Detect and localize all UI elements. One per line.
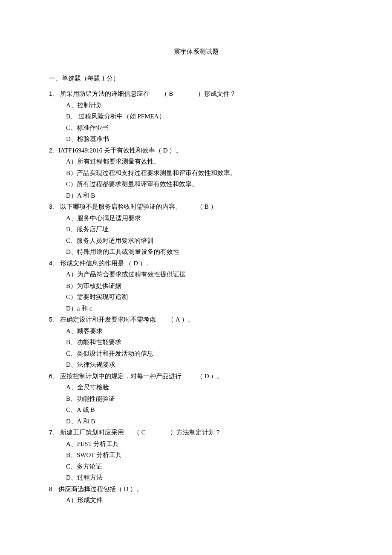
option-d: D、法律法规要求 — [66, 360, 343, 370]
question-stem: 8、供应商选择过程包括（ D ）。 — [49, 484, 343, 494]
option-d: D、特殊用途的工具或测量设备的有效性 — [66, 247, 343, 257]
option-b: B、 过程风险分析中（如 PFMEA） — [66, 112, 343, 121]
stem-text: 在确定设计和开发要求时不需考虑 — [60, 316, 156, 323]
options-list: A、全尺寸检验 B、功能性能验证 C、A 或 B D、A 和 B — [49, 382, 343, 426]
question-1: 1、 所采用防错方法的详细信息应在 （ B ）形成文件？ A、控制计划 B、 过… — [49, 89, 343, 144]
option-a: A、服务中心满足适用要求 — [66, 213, 343, 223]
stem-text: 应按控制计划中的规定，对每一种产品进行 — [60, 373, 182, 380]
document-page: 震宇体系测试题 一、单选题（每题 1 分） 1、 所采用防错方法的详细信息应在 … — [0, 0, 392, 555]
option-c: C、A 或 B — [66, 405, 343, 415]
stem-text: （ A ）。 — [167, 316, 194, 323]
stem-text: 所采用防错方法的详细信息应在 — [60, 90, 150, 97]
option-d: D）A 和 B — [66, 191, 343, 201]
option-b: B、服务店厂址 — [66, 224, 343, 234]
options-list: A）形成文件 — [49, 495, 343, 505]
question-number: 5、 — [49, 316, 58, 323]
question-stem: 4、 形成文件信息的作用是 （ D ）。 — [49, 259, 343, 268]
option-b: B、SWOT 分析工具 — [66, 450, 343, 460]
question-stem: 3、 以下哪项不是服务店验收时需验证的内容。 （ B ） — [49, 202, 343, 212]
option-a: A）为产品符合要求或过程有效性提供证据 — [66, 270, 343, 279]
stem-text: （ D ）。 — [196, 373, 223, 380]
option-c: C、服务人员对适用要求的培训 — [66, 236, 343, 246]
stem-text: 新建工厂策划时应采用 — [60, 429, 124, 436]
option-b: B、功能和性能要求 — [66, 337, 343, 347]
option-d: D、A 和 B — [66, 417, 343, 426]
question-number: 4、 — [49, 260, 58, 267]
section-header: 一、单选题（每题 1 分） — [49, 74, 343, 83]
question-5: 5、 在确定设计和开发要求时不需考虑 （ A ）。 A、顾客要求 B、功能和性能… — [49, 315, 343, 370]
option-a: A、全尺寸检验 — [66, 382, 343, 392]
option-d: D、过程方法 — [66, 473, 343, 483]
question-2: 2、IATF16949:2016 关于有效性和效率（ D ）。 A）所有过程都要… — [49, 146, 343, 201]
stem-text: 供应商选择过程包括（ D ）。 — [58, 486, 143, 492]
stem-text: ）方法制定计划？ — [170, 429, 221, 436]
document-title: 震宇体系测试题 — [49, 47, 343, 57]
option-a: A）形成文件 — [66, 495, 343, 505]
options-list: A）为产品符合要求或过程有效性提供证据 B）为审核提供证据 C）需要时实现可追溯… — [49, 270, 343, 313]
question-number: 1、 — [49, 90, 58, 97]
option-c: C、类似设计和开发活动的信息 — [66, 349, 343, 359]
option-a: A）所有过程都要求测量有效性。 — [66, 157, 343, 167]
question-number: 7、 — [49, 429, 58, 436]
stem-text: IATF16949:2016 关于有效性和效率（ D ）。 — [58, 147, 182, 154]
stem-text: （ C — [133, 429, 146, 436]
option-c: C、标准作业书 — [66, 123, 343, 133]
option-a: A、控制计划 — [66, 101, 343, 110]
stem-text: B — [169, 90, 173, 97]
options-list: A、控制计划 B、 过程风险分析中（如 PFMEA） C、标准作业书 D、检验基… — [49, 101, 343, 144]
question-number: 2、 — [49, 147, 58, 154]
question-stem: 6、 应按控制计划中的规定，对每一种产品进行 （ D ）。 — [49, 371, 343, 381]
question-stem: 1、 所采用防错方法的详细信息应在 （ B ）形成文件？ — [49, 89, 343, 99]
question-4: 4、 形成文件信息的作用是 （ D ）。 A）为产品符合要求或过程有效性提供证据… — [49, 259, 343, 313]
question-stem: 5、 在确定设计和开发要求时不需考虑 （ A ）。 — [49, 315, 343, 325]
option-b: B）产品实现过程和支持过程要求测量和评审有效性和效率。 — [66, 168, 343, 178]
question-stem: 7、 新建工厂策划时应采用 （ C ）方法制定计划？ — [49, 428, 343, 437]
option-d: D）a 和 c — [66, 304, 343, 313]
question-number: 8、 — [49, 486, 58, 492]
option-a: A、顾客要求 — [66, 326, 343, 336]
question-6: 6、 应按控制计划中的规定，对每一种产品进行 （ D ）。 A、全尺寸检验 B、… — [49, 371, 343, 426]
question-3: 3、 以下哪项不是服务店验收时需验证的内容。 （ B ） A、服务中心满足适用要… — [49, 202, 343, 257]
option-b: B、功能性能验证 — [66, 394, 343, 404]
question-stem: 2、IATF16949:2016 关于有效性和效率（ D ）。 — [49, 146, 343, 155]
options-list: A）所有过程都要求测量有效性。 B）产品实现过程和支持过程要求测量和评审有效性和… — [49, 157, 343, 200]
options-list: A、服务中心满足适用要求 B、服务店厂址 C、服务人员对适用要求的培训 D、特殊… — [49, 213, 343, 257]
option-b: B）为审核提供证据 — [66, 281, 343, 291]
question-number: 6、 — [49, 373, 58, 380]
stem-text: 以下哪项不是服务店验收时需验证的内容。 — [60, 203, 182, 210]
stem-text: （ B ） — [196, 203, 217, 210]
stem-text: （ — [161, 90, 167, 97]
options-list: A、PEST 分析工具 B、SWOT 分析工具 C、多方论证 D、过程方法 — [49, 439, 343, 483]
option-c: C）需要时实现可追溯 — [66, 292, 343, 302]
options-list: A、顾客要求 B、功能和性能要求 C、类似设计和开发活动的信息 D、法律法规要求 — [49, 326, 343, 370]
question-8: 8、供应商选择过程包括（ D ）。 A）形成文件 — [49, 484, 343, 505]
option-a: A、PEST 分析工具 — [66, 439, 343, 449]
question-number: 3、 — [49, 203, 58, 210]
question-7: 7、 新建工厂策划时应采用 （ C ）方法制定计划？ A、PEST 分析工具 B… — [49, 428, 343, 483]
stem-text: 形成文件信息的作用是 （ D ）。 — [60, 260, 153, 267]
option-c: C）所有过程都要求测量和评审有效性和效率。 — [66, 179, 343, 189]
option-d: D、检验基准书 — [66, 134, 343, 144]
option-c: C、多方论证 — [66, 462, 343, 472]
stem-text: ）形成文件？ — [198, 90, 236, 97]
